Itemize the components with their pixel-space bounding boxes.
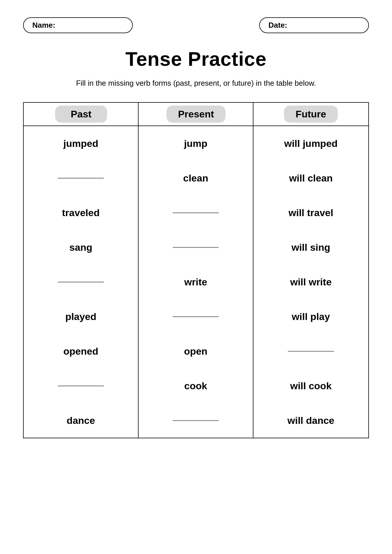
table-row: jump — [139, 126, 253, 161]
table-body: jumpedtraveledsangplayedopeneddancejumpc… — [24, 126, 368, 438]
table-row: will clean — [253, 161, 368, 195]
past-column: jumpedtraveledsangplayedopeneddance — [24, 126, 139, 438]
table-row: open — [139, 334, 253, 368]
blank-line — [173, 247, 219, 248]
table-row: played — [24, 299, 138, 334]
blank-line — [58, 178, 104, 179]
table-row: will jumped — [253, 126, 368, 161]
blank-line — [288, 351, 334, 352]
table-row — [139, 403, 253, 438]
header-row: Name: Date: — [23, 17, 369, 33]
table-row: traveled — [24, 195, 138, 230]
table-row — [24, 265, 138, 299]
present-column: jumpcleanwriteopencook — [139, 126, 253, 438]
table-header: Past Present Future — [24, 103, 368, 126]
table-row: cook — [139, 368, 253, 403]
table-row: clean — [139, 161, 253, 195]
table-row — [139, 195, 253, 230]
date-label: Date: — [268, 21, 287, 29]
blank-line — [173, 212, 219, 213]
table-row: will dance — [253, 403, 368, 438]
past-column-header: Past — [24, 103, 139, 126]
page-title: Tense Practice — [23, 48, 369, 70]
table-row: will write — [253, 265, 368, 299]
name-field: Name: — [23, 17, 133, 33]
table-row — [24, 368, 138, 403]
instructions-text: Fill in the missing verb forms (past, pr… — [23, 79, 369, 88]
table-row: jumped — [24, 126, 138, 161]
table-row: sang — [24, 230, 138, 265]
blank-line — [173, 420, 219, 421]
table-row: dance — [24, 403, 138, 438]
blank-line — [58, 385, 104, 386]
date-field: Date: — [259, 17, 369, 33]
table-row: opened — [24, 334, 138, 368]
tense-table: Past Present Future jumpedtraveledsangpl… — [23, 102, 369, 438]
blank-line — [173, 316, 219, 317]
table-row: will sing — [253, 230, 368, 265]
table-row — [139, 299, 253, 334]
table-row: will travel — [253, 195, 368, 230]
name-label: Name: — [32, 21, 55, 29]
future-column: will jumpedwill cleanwill travelwill sin… — [253, 126, 368, 438]
table-row — [139, 230, 253, 265]
table-row — [24, 161, 138, 195]
table-row — [253, 334, 368, 368]
table-row: write — [139, 265, 253, 299]
blank-line — [58, 282, 104, 282]
future-column-header: Future — [253, 103, 368, 126]
table-row: will play — [253, 299, 368, 334]
table-row: will cook — [253, 368, 368, 403]
present-column-header: Present — [139, 103, 253, 126]
